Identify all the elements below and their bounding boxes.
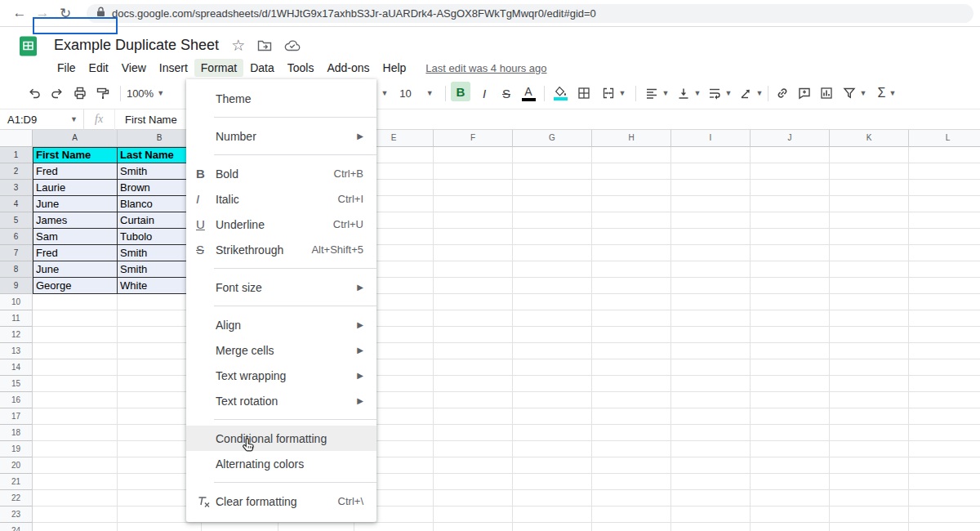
cell-G1[interactable] bbox=[513, 147, 592, 163]
cell-K18[interactable] bbox=[830, 425, 909, 441]
cell-K5[interactable] bbox=[830, 212, 909, 229]
menu-item-alternating-colors[interactable]: Alternating colors bbox=[186, 451, 376, 476]
cell-I12[interactable] bbox=[671, 327, 751, 343]
cell-L18[interactable] bbox=[909, 425, 980, 441]
cell-G14[interactable] bbox=[513, 359, 592, 376]
document-status-cloud-icon[interactable] bbox=[284, 39, 301, 51]
cell-J5[interactable] bbox=[751, 212, 830, 229]
cell-I7[interactable] bbox=[671, 245, 751, 261]
cell-I1[interactable] bbox=[671, 147, 751, 163]
cell-H20[interactable] bbox=[592, 457, 671, 474]
fill-color-button[interactable] bbox=[549, 82, 572, 105]
cell-L13[interactable] bbox=[909, 343, 980, 359]
refresh-icon[interactable]: ↻ bbox=[54, 5, 77, 22]
cell-K4[interactable] bbox=[830, 196, 909, 212]
cell-J12[interactable] bbox=[751, 327, 830, 343]
cell-L14[interactable] bbox=[909, 359, 980, 376]
cell-A19[interactable] bbox=[33, 441, 118, 457]
cell-K6[interactable] bbox=[830, 229, 909, 245]
cell-K1[interactable] bbox=[830, 147, 909, 163]
paint-format-button[interactable] bbox=[91, 82, 114, 105]
filter-button[interactable]: ▼ bbox=[838, 82, 871, 105]
cell-K11[interactable] bbox=[830, 310, 909, 327]
move-folder-icon[interactable] bbox=[257, 39, 272, 52]
cell-L24[interactable] bbox=[909, 523, 980, 531]
menu-item-strikethrough[interactable]: SStrikethroughAlt+Shift+5 bbox=[186, 237, 376, 262]
cell-J21[interactable] bbox=[751, 474, 830, 490]
formula-input[interactable]: First Name bbox=[115, 114, 177, 126]
merge-cells-button[interactable]: ▼ bbox=[597, 82, 630, 105]
cell-F17[interactable] bbox=[434, 408, 513, 425]
cell-I6[interactable] bbox=[671, 229, 751, 245]
cell-H7[interactable] bbox=[592, 245, 671, 261]
cell-L16[interactable] bbox=[909, 392, 980, 408]
cell-A4[interactable]: June bbox=[33, 196, 118, 212]
name-box-dropdown-icon[interactable]: ▼ bbox=[70, 115, 83, 123]
cell-L6[interactable] bbox=[909, 229, 980, 245]
cell-A16[interactable] bbox=[33, 392, 118, 408]
cell-G2[interactable] bbox=[513, 163, 592, 180]
cell-A14[interactable] bbox=[33, 359, 118, 376]
cell-G17[interactable] bbox=[513, 408, 592, 425]
cell-G5[interactable] bbox=[513, 212, 592, 229]
text-color-button[interactable]: A bbox=[518, 82, 539, 105]
cell-J7[interactable] bbox=[751, 245, 830, 261]
cell-A17[interactable] bbox=[33, 408, 118, 425]
cell-F6[interactable] bbox=[434, 229, 513, 245]
cell-J1[interactable] bbox=[751, 147, 830, 163]
text-wrapping-button[interactable]: ▼ bbox=[704, 82, 735, 105]
cell-A12[interactable] bbox=[33, 327, 118, 343]
cell-L20[interactable] bbox=[909, 457, 980, 474]
cell-G12[interactable] bbox=[513, 327, 592, 343]
cell-F15[interactable] bbox=[434, 376, 513, 392]
cell-G24[interactable] bbox=[513, 523, 592, 531]
cell-D24[interactable] bbox=[278, 523, 354, 531]
zoom-select[interactable]: 100%▼ bbox=[124, 82, 167, 105]
cell-A22[interactable] bbox=[33, 490, 118, 506]
cell-A11[interactable] bbox=[33, 310, 118, 327]
menu-item-number[interactable]: Number▶ bbox=[186, 123, 376, 149]
row-header-1[interactable]: 1 bbox=[0, 147, 33, 163]
cell-G15[interactable] bbox=[513, 376, 592, 392]
print-button[interactable] bbox=[69, 82, 91, 105]
cell-F19[interactable] bbox=[434, 441, 513, 457]
cell-L5[interactable] bbox=[909, 212, 980, 229]
menubar-item-insert[interactable]: Insert bbox=[153, 59, 194, 77]
redo-button[interactable] bbox=[46, 82, 69, 105]
star-icon[interactable]: ☆ bbox=[231, 38, 245, 53]
cell-J6[interactable] bbox=[751, 229, 830, 245]
cell-I14[interactable] bbox=[671, 359, 751, 376]
cell-H10[interactable] bbox=[592, 294, 671, 310]
cell-F3[interactable] bbox=[434, 180, 513, 196]
row-header-15[interactable]: 15 bbox=[0, 376, 33, 392]
last-edit-link[interactable]: Last edit was 4 hours ago bbox=[425, 62, 546, 74]
cell-H12[interactable] bbox=[592, 327, 671, 343]
row-header-24[interactable]: 24 bbox=[0, 523, 33, 531]
cell-H1[interactable] bbox=[592, 147, 671, 163]
cell-K20[interactable] bbox=[830, 457, 909, 474]
cell-H17[interactable] bbox=[592, 408, 671, 425]
text-rotation-button[interactable]: ▼ bbox=[735, 82, 766, 105]
menu-item-conditional-formatting[interactable]: Conditional formatting bbox=[186, 426, 376, 451]
cell-H19[interactable] bbox=[592, 441, 671, 457]
borders-button[interactable] bbox=[572, 82, 595, 105]
cell-H23[interactable] bbox=[592, 506, 671, 523]
row-header-8[interactable]: 8 bbox=[0, 261, 33, 278]
row-header-19[interactable]: 19 bbox=[0, 441, 33, 457]
menu-item-clear-formatting[interactable]: Clear formattingCtrl+\ bbox=[186, 489, 376, 514]
cell-F8[interactable] bbox=[434, 261, 513, 278]
cell-F5[interactable] bbox=[434, 212, 513, 229]
cell-L4[interactable] bbox=[909, 196, 980, 212]
cell-J2[interactable] bbox=[751, 163, 830, 180]
select-all-corner[interactable] bbox=[0, 130, 33, 147]
sheets-logo-icon[interactable] bbox=[18, 36, 38, 60]
cell-G16[interactable] bbox=[513, 392, 592, 408]
cell-K3[interactable] bbox=[830, 180, 909, 196]
cell-G8[interactable] bbox=[513, 261, 592, 278]
row-header-22[interactable]: 22 bbox=[0, 490, 33, 506]
row-header-3[interactable]: 3 bbox=[0, 180, 33, 196]
menubar-item-addons[interactable]: Add-ons bbox=[320, 59, 376, 77]
cell-G6[interactable] bbox=[513, 229, 592, 245]
menu-item-text-rotation[interactable]: Text rotation▶ bbox=[186, 388, 376, 413]
cell-G18[interactable] bbox=[513, 425, 592, 441]
